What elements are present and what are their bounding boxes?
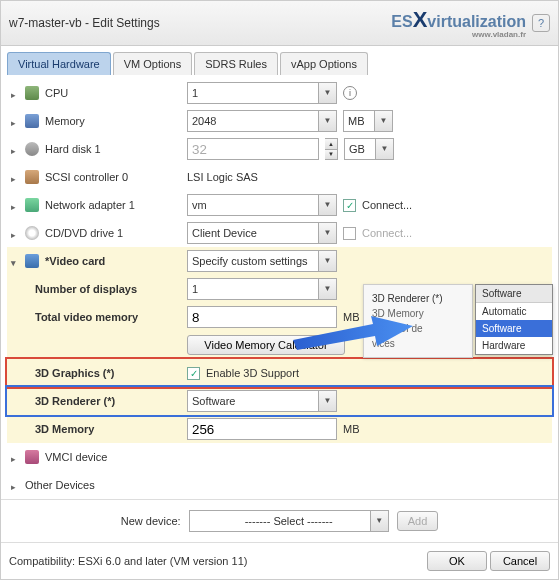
ok-button[interactable]: OK xyxy=(427,551,487,571)
enable-3d-label: Enable 3D Support xyxy=(206,367,299,379)
hardware-list: CPU 1▼ i Memory 2048▼ MB▼ Hard disk 1 xyxy=(1,75,558,491)
row-other-devices: Other Devices xyxy=(7,471,552,491)
scsi-icon xyxy=(25,170,39,184)
cd-connect-label: Connect... xyxy=(362,227,412,239)
new-device-select[interactable]: ------- Select -------▼ xyxy=(189,510,389,532)
tab-virtual-hardware[interactable]: Virtual Hardware xyxy=(7,52,111,75)
row-harddisk: Hard disk 1 ▲▼ GB▼ xyxy=(7,135,552,163)
add-button[interactable]: Add xyxy=(397,511,439,531)
network-icon xyxy=(25,198,39,212)
hdd-size-input[interactable] xyxy=(187,138,319,160)
footer: Compatibility: ESXi 6.0 and later (VM ve… xyxy=(1,542,558,579)
row-3d-graphics: 3D Graphics (*) ✓ Enable 3D Support xyxy=(7,359,552,387)
row-cddvd: CD/DVD drive 1 Client Device▼ ✓ Connect.… xyxy=(7,219,552,247)
cd-connect-checkbox: ✓ xyxy=(343,227,356,240)
num-displays-select[interactable]: 1▼ xyxy=(187,278,337,300)
help-icon[interactable]: ? xyxy=(532,14,550,32)
row-cpu: CPU 1▼ i xyxy=(7,79,552,107)
row-total-video-memory: Total video memory MB xyxy=(7,303,552,331)
net-connect-checkbox[interactable]: ✓ xyxy=(343,199,356,212)
video-settings-select[interactable]: Specify custom settings▼ xyxy=(187,250,337,272)
row-3d-renderer: 3D Renderer (*) Software▼ xyxy=(7,387,552,415)
cd-select[interactable]: Client Device▼ xyxy=(187,222,337,244)
vmci-icon xyxy=(25,450,39,464)
network-select[interactable]: vm▼ xyxy=(187,194,337,216)
video-memory-calculator-button[interactable]: Video Memory Calculator xyxy=(187,335,345,355)
row-video-calc: Video Memory Calculator xyxy=(7,331,552,359)
compatibility-label: Compatibility: ESXi 6.0 and later (VM ve… xyxy=(9,555,247,567)
row-3d-memory: 3D Memory MB xyxy=(7,415,552,443)
row-memory: Memory 2048▼ MB▼ xyxy=(7,107,552,135)
new-device-bar: New device: ------- Select -------▼ Add xyxy=(1,499,558,542)
row-vmci: VMCI device xyxy=(7,443,552,471)
expand-icon[interactable] xyxy=(11,144,21,154)
hdd-spinner[interactable]: ▲▼ xyxy=(325,138,338,160)
memory-3d-input[interactable] xyxy=(187,418,337,440)
hdd-unit[interactable]: GB▼ xyxy=(344,138,394,160)
expand-icon[interactable] xyxy=(11,452,21,462)
tab-sdrs-rules[interactable]: SDRS Rules xyxy=(194,52,278,75)
logo: ESXvirtualization www.vladan.fr xyxy=(391,7,526,39)
memory-icon xyxy=(25,114,39,128)
window-title: w7-master-vb - Edit Settings xyxy=(9,16,160,30)
enable-3d-checkbox[interactable]: ✓ xyxy=(187,367,200,380)
expand-icon[interactable] xyxy=(11,228,21,238)
video-icon xyxy=(25,254,39,268)
row-num-displays: Number of displays 1▼ xyxy=(7,275,552,303)
expand-icon[interactable] xyxy=(11,116,21,126)
tab-vm-options[interactable]: VM Options xyxy=(113,52,192,75)
tab-vapp-options[interactable]: vApp Options xyxy=(280,52,368,75)
scsi-value: LSI Logic SAS xyxy=(187,171,258,183)
collapse-icon[interactable] xyxy=(11,256,21,266)
new-device-label: New device: xyxy=(121,515,181,527)
titlebar: w7-master-vb - Edit Settings ESXvirtuali… xyxy=(1,1,558,46)
tab-bar: Virtual Hardware VM Options SDRS Rules v… xyxy=(1,46,558,75)
disk-icon xyxy=(25,142,39,156)
cancel-button[interactable]: Cancel xyxy=(490,551,550,571)
expand-icon[interactable] xyxy=(11,200,21,210)
renderer-select[interactable]: Software▼ xyxy=(187,390,337,412)
net-connect-label: Connect... xyxy=(362,199,412,211)
row-network: Network adapter 1 vm▼ ✓ Connect... xyxy=(7,191,552,219)
row-video-card: *Video card Specify custom settings▼ xyxy=(7,247,552,275)
cpu-icon xyxy=(25,86,39,100)
cpu-select[interactable]: 1▼ xyxy=(187,82,337,104)
cd-icon xyxy=(25,226,39,240)
info-icon[interactable]: i xyxy=(343,86,357,100)
memory-input[interactable]: 2048▼ xyxy=(187,110,337,132)
row-scsi: SCSI controller 0 LSI Logic SAS xyxy=(7,163,552,191)
video-memory-input[interactable] xyxy=(187,306,337,328)
expand-icon[interactable] xyxy=(11,480,21,490)
expand-icon[interactable] xyxy=(11,88,21,98)
memory-unit[interactable]: MB▼ xyxy=(343,110,393,132)
expand-icon[interactable] xyxy=(11,172,21,182)
